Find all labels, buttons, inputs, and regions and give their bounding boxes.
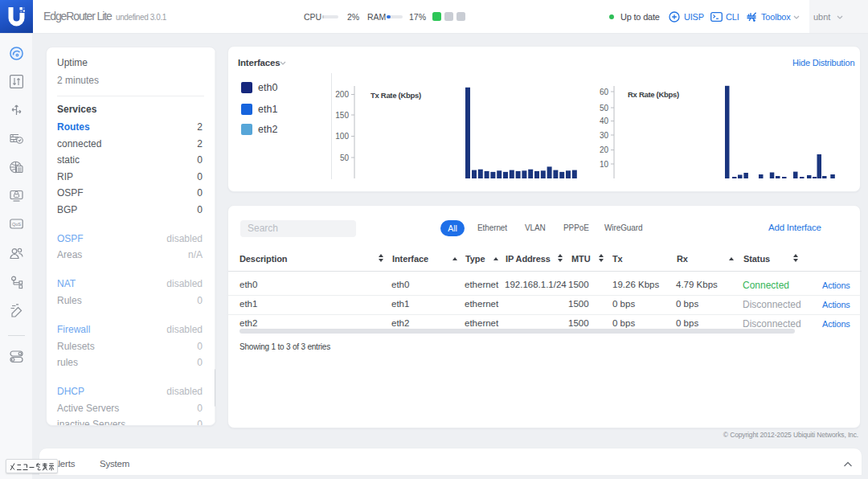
svg-text:150: 150 <box>335 111 349 120</box>
svg-text:20: 20 <box>600 145 609 154</box>
svg-text:50: 50 <box>600 104 609 113</box>
svg-text:Rx Rate (Kbps): Rx Rate (Kbps) <box>628 90 679 99</box>
svg-text:50: 50 <box>340 154 350 162</box>
svg-text:30: 30 <box>600 131 609 140</box>
svg-text:60: 60 <box>600 88 609 96</box>
svg-text:QoS: QoS <box>12 221 21 226</box>
svg-text:200: 200 <box>335 90 349 99</box>
svg-text:10: 10 <box>600 160 609 169</box>
svg-text:100: 100 <box>335 132 349 141</box>
svg-text:Tx Rate (Kbps): Tx Rate (Kbps) <box>371 91 421 100</box>
svg-text:40: 40 <box>600 117 609 125</box>
